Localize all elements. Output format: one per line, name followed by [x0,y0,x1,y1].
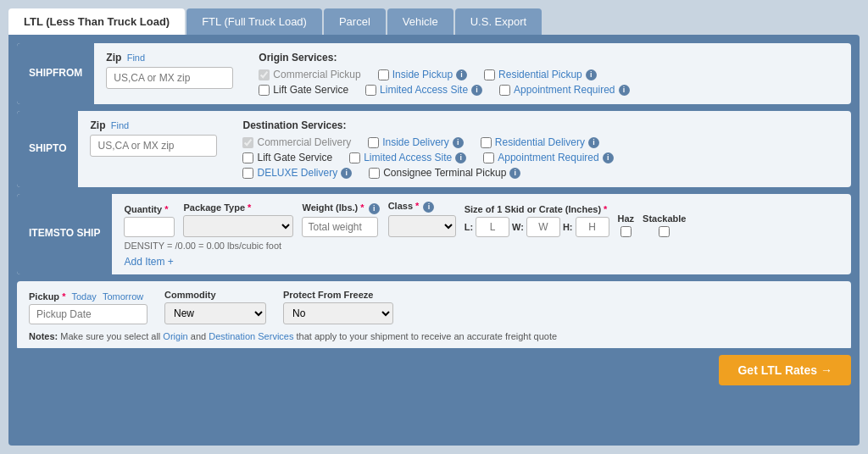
pickup-label: Pickup * Today Tomorrow [29,291,147,302]
weight-input[interactable] [302,217,378,237]
haz-checkbox[interactable] [620,226,632,237]
origin-services-row1: Commercial Pickup Inside Pickup i Reside… [259,69,629,80]
appointment-origin-link[interactable]: Appointment Required [514,84,615,96]
tab-bar: LTL (Less Than Truck Load) FTL (Full Tru… [8,8,860,35]
tomorrow-link[interactable]: Tomorrow [103,291,143,302]
quantity-input[interactable] [124,217,175,237]
lift-gate-origin-checkbox[interactable] [259,85,270,96]
height-input[interactable] [576,217,609,237]
appointment-origin-info-icon[interactable]: i [619,85,630,96]
ship-from-section: SHIP FROM Zip Find Origin Services: Comm… [17,43,851,104]
freeze-select[interactable]: No Yes [283,302,393,324]
dest-services-title: Destination Services: [242,119,613,131]
tab-parcel[interactable]: Parcel [324,8,386,35]
tab-ftl[interactable]: FTL (Full Truck Load) [186,8,322,35]
inside-delivery-checkbox[interactable] [368,137,379,148]
class-info-icon[interactable]: i [423,202,434,213]
package-type-select[interactable]: Pallets Boxes Crates Rolls [183,215,293,237]
add-item-link[interactable]: Add Item + [124,256,173,268]
ship-to-section: SHIP TO Zip Find Destination Services: C… [17,111,851,187]
items-section: ITEMS TO SHIP Quantity * Package Type * [17,194,851,274]
ship-to-zip-group: Zip Find [90,119,217,157]
dest-services-row2: Lift Gate Service Limited Access Site i … [242,152,613,163]
notes-dest-link[interactable]: Destination Services [209,331,293,341]
stackable-checkbox[interactable] [659,226,670,237]
inside-delivery-info-icon[interactable]: i [453,137,464,148]
dest-services-row3: DELUXE Delivery i Consignee Terminal Pic… [242,167,613,179]
package-type-group: Package Type * Pallets Boxes Crates Roll… [183,202,293,237]
inside-delivery-link[interactable]: Inside Delivery [382,136,449,148]
commodity-select[interactable]: New Used Antique Fragile [164,302,266,324]
inside-pickup-checkbox[interactable] [378,69,389,80]
consignee-terminal-checkbox[interactable] [369,168,380,179]
appointment-dest-checkbox[interactable] [483,152,494,163]
size-group: Size of 1 Skid or Crate (Inches) * L: W:… [465,204,609,237]
tab-ltl[interactable]: LTL (Less Than Truck Load) [8,8,185,35]
ship-to-zip-label: Zip Find [90,119,217,131]
residential-delivery-checkbox[interactable] [481,137,492,148]
stackable-label: Stackable [643,213,686,224]
stackable-group: Stackable [643,213,686,237]
service-residential-pickup: Residential Pickup i [484,69,597,80]
origin-services-title: Origin Services: [259,52,629,64]
length-input[interactable] [476,217,509,237]
width-input[interactable] [526,217,560,237]
notes-text2: that apply to your shipment to receive a… [297,331,558,341]
ship-from-zip-input[interactable] [106,67,233,89]
pickup-group: Pickup * Today Tomorrow [29,291,147,324]
lift-gate-dest-checkbox[interactable] [242,152,253,163]
quantity-group: Quantity * [124,204,175,237]
ship-from-find-link[interactable]: Find [127,53,145,63]
class-select[interactable]: 50556065 7077.58592.5 100110125150 [388,215,456,237]
deluxe-delivery-checkbox[interactable] [242,168,253,179]
consignee-terminal-info-icon[interactable]: i [509,168,520,179]
ship-from-zip-label: Zip Find [106,52,233,64]
quantity-label: Quantity * [124,204,175,214]
freeze-label: Protect From Freeze [283,290,393,300]
package-type-label: Package Type * [183,202,293,213]
class-label: Class * i [388,201,456,213]
service-consignee-terminal: Consignee Terminal Pickup i [369,167,520,179]
haz-label: Haz [618,213,635,224]
ship-from-zip-group: Zip Find [106,52,233,89]
service-lift-gate-origin: Lift Gate Service [259,84,348,96]
ship-to-zip-input[interactable] [90,135,217,157]
notes-row: Notes: Make sure you select all Origin a… [29,331,839,341]
pickup-date-input[interactable] [29,304,147,324]
residential-delivery-info-icon[interactable]: i [588,137,599,148]
notes-text1: Make sure you select all [60,331,163,341]
tab-vehicle[interactable]: Vehicle [387,8,453,35]
residential-pickup-info-icon[interactable]: i [586,69,597,80]
weight-info-icon[interactable]: i [369,203,380,214]
inside-pickup-info-icon[interactable]: i [456,69,467,80]
tab-export[interactable]: U.S. Export [455,8,542,35]
residential-pickup-link[interactable]: Residential Pickup [498,69,582,80]
appointment-dest-info-icon[interactable]: i [603,152,614,163]
notes-origin-link[interactable]: Origin [163,331,187,341]
limited-access-dest-checkbox[interactable] [349,152,360,163]
inside-pickup-link[interactable]: Inside Pickup [392,69,453,80]
items-content: Quantity * Package Type * Pallets Boxes … [112,194,851,274]
weight-group: Weight (lbs.) * i [302,202,379,237]
appointment-origin-checkbox[interactable] [499,85,510,96]
residential-delivery-link[interactable]: Residential Delivery [495,136,585,148]
deluxe-delivery-info-icon[interactable]: i [341,168,352,179]
density-row: DENSITY = /0.00 = 0.00 lbs/cubic foot [124,241,839,251]
today-link[interactable]: Today [71,291,96,302]
weight-label: Weight (lbs.) * i [302,202,379,214]
commercial-pickup-checkbox[interactable] [259,69,270,80]
service-inside-pickup: Inside Pickup i [378,69,467,80]
appointment-dest-link[interactable]: Appointment Required [498,152,598,163]
residential-pickup-checkbox[interactable] [484,69,495,80]
limited-access-dest-info-icon[interactable]: i [455,152,466,163]
get-rates-button[interactable]: Get LTL Rates → [719,355,851,385]
service-appointment-origin: Appointment Required i [499,84,629,96]
limited-access-dest-link[interactable]: Limited Access Site [364,152,452,163]
commercial-delivery-checkbox[interactable] [242,137,253,148]
ship-from-services: Origin Services: Commercial Pickup Insid… [259,52,629,96]
limited-access-origin-link[interactable]: Limited Access Site [380,84,468,96]
limited-access-origin-info-icon[interactable]: i [471,85,482,96]
deluxe-delivery-link[interactable]: DELUXE Delivery [257,167,337,179]
ship-to-find-link[interactable]: Find [111,120,129,130]
limited-access-origin-checkbox[interactable] [365,85,376,96]
